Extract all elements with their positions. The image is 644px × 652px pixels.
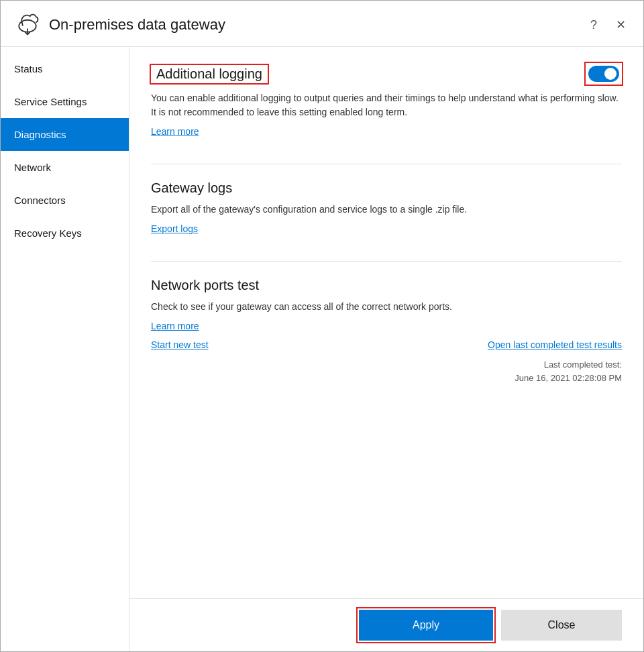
gateway-logs-section: Gateway logs Export all of the gateway's…	[151, 180, 622, 237]
apply-button[interactable]: Apply	[359, 610, 493, 641]
gateway-logs-header-row: Gateway logs	[151, 180, 622, 196]
divider-1	[151, 164, 622, 164]
network-ports-description: Check to see if your gateway can access …	[151, 300, 622, 314]
footer: Apply Close	[129, 598, 643, 651]
open-last-results-link[interactable]: Open last completed test results	[488, 339, 622, 350]
sidebar: Status Service Settings Diagnostics Netw…	[1, 47, 129, 651]
help-button[interactable]: ?	[586, 17, 601, 32]
sidebar-item-status[interactable]: Status	[1, 52, 129, 85]
sidebar-item-network[interactable]: Network	[1, 151, 129, 184]
export-logs-link[interactable]: Export logs	[151, 223, 198, 234]
content-area: Status Service Settings Diagnostics Netw…	[1, 47, 643, 651]
test-links-row: Start new test Open last completed test …	[151, 339, 622, 353]
additional-logging-title: Additional logging	[151, 65, 268, 83]
close-button[interactable]: Close	[501, 610, 622, 641]
gateway-logs-description: Export all of the gateway's configuratio…	[151, 203, 622, 217]
additional-logging-toggle[interactable]	[588, 66, 619, 82]
network-ports-learn-more[interactable]: Learn more	[151, 321, 199, 331]
start-new-test-link[interactable]: Start new test	[151, 339, 209, 350]
additional-logging-description: You can enable additional logging to out…	[151, 91, 622, 119]
sidebar-item-diagnostics[interactable]: Diagnostics	[1, 118, 129, 151]
network-ports-header-row: Network ports test	[151, 278, 622, 293]
gateway-logs-title: Gateway logs	[151, 180, 232, 196]
app-window: On-premises data gateway ? ✕ Status Serv…	[0, 0, 644, 652]
sidebar-item-service-settings[interactable]: Service Settings	[1, 85, 129, 118]
network-ports-title: Network ports test	[151, 278, 259, 293]
last-completed-info: Last completed test: June 16, 2021 02:28…	[151, 358, 622, 384]
window-controls: ? ✕	[586, 17, 630, 32]
sidebar-item-recovery-keys[interactable]: Recovery Keys	[1, 217, 129, 250]
scrollable-area: Additional logging You can enable additi…	[129, 47, 643, 598]
toggle-wrapper	[586, 63, 622, 85]
title-bar-left: On-premises data gateway	[14, 11, 586, 38]
title-bar: On-premises data gateway ? ✕	[1, 1, 643, 47]
additional-logging-header-row: Additional logging	[151, 63, 622, 85]
sidebar-item-connectors[interactable]: Connectors	[1, 184, 129, 217]
last-completed-date: June 16, 2021 02:28:08 PM	[151, 372, 622, 385]
main-content: Additional logging You can enable additi…	[129, 47, 643, 651]
last-completed-label: Last completed test:	[151, 358, 622, 372]
divider-2	[151, 261, 622, 262]
additional-logging-learn-more[interactable]: Learn more	[151, 126, 199, 137]
app-icon	[14, 11, 41, 38]
network-ports-section: Network ports test Check to see if your …	[151, 278, 622, 384]
close-window-button[interactable]: ✕	[612, 17, 630, 32]
additional-logging-section: Additional logging You can enable additi…	[151, 63, 622, 140]
app-title: On-premises data gateway	[49, 16, 225, 34]
